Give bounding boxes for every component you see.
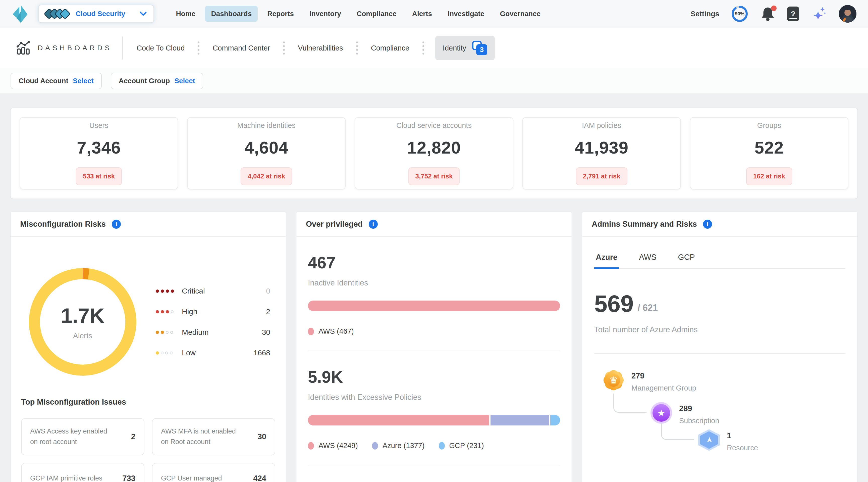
stat-card-iam-policies[interactable]: IAM policies 41,939 2,791 at risk [522,117,681,189]
legend-value: 30 [238,328,270,336]
issue-card[interactable]: GCP IAM primitive roles 733 [21,463,145,482]
info-icon[interactable]: i [112,220,121,229]
kebab-menu-icon[interactable] [198,41,199,55]
bar-legend: AWS (4249) Azure (1377) GCP (231) [308,442,560,450]
bar-segment-azure[interactable] [491,415,549,425]
legend-row-medium[interactable]: Medium 30 [156,328,270,336]
usage-percent: 90% [731,5,748,23]
stat-title: IAM policies [582,121,621,130]
severity-dots-icon [156,310,182,313]
tab-gcp[interactable]: GCP [677,247,696,269]
at-risk-badge[interactable]: 4,042 at risk [241,168,292,185]
dashboard-tab-command-center[interactable]: Command Center [211,39,272,57]
kebab-menu-icon[interactable] [356,41,358,55]
nav-item-reports[interactable]: Reports [261,6,300,22]
management-group-badge-icon: ♛ [603,369,624,391]
nav-item-inventory[interactable]: Inventory [303,6,347,22]
legend-item-aws[interactable]: AWS (467) [308,327,354,335]
settings-link[interactable]: Settings [691,10,719,18]
stat-card-machine-identities[interactable]: Machine identities 4,604 4,042 at risk [187,117,346,189]
severity-dots-icon [156,351,182,355]
at-risk-badge[interactable]: 2,791 at risk [576,168,627,185]
at-risk-badge[interactable]: 3,752 at risk [408,168,460,185]
dashboard-panels: Misconfiguration Risks i 1. [10,212,858,482]
stat-value: 12,820 [407,138,461,157]
issue-card[interactable]: AWS MFA is not enabled on Root account 3… [152,418,275,455]
bar-segment-aws[interactable] [308,301,560,311]
account-group-select-link[interactable]: Select [174,77,195,85]
admins-summary-panel: Admins Summary and Risks i Azure AWS GCP… [582,212,858,482]
stat-card-groups[interactable]: Groups 522 162 at risk [690,117,848,189]
issue-count: 733 [122,474,135,482]
nav-item-dashboards[interactable]: Dashboards [205,6,258,22]
legend-label: Low [182,349,238,357]
bar-segment-gcp[interactable] [550,415,560,425]
dashboard-tab-code-to-cloud[interactable]: Code To Cloud [135,39,187,57]
legend-row-low[interactable]: Low 1668 [156,349,270,357]
help-button[interactable]: ? [787,6,799,21]
legend-text: GCP (231) [449,442,484,450]
product-selector[interactable]: Cloud Security [38,5,154,23]
alerts-label: Alerts [73,331,92,340]
stat-card-cloud-service-accounts[interactable]: Cloud service accounts 12,820 3,752 at r… [354,117,513,189]
aws-dot-icon [308,442,314,450]
cloud-account-filter[interactable]: Cloud Account Select [10,72,102,89]
excessive-policies-bar [308,415,560,425]
crown-glyph: ♛ [603,369,624,391]
usage-progress-ring[interactable]: 90% [731,5,748,23]
admins-count-denominator: / 621 [638,303,658,313]
kebab-menu-icon[interactable] [423,41,424,55]
tab-aws[interactable]: AWS [638,247,658,269]
cloud-security-dashboard: Cloud Security Home Dashboards Reports I… [0,0,868,482]
notifications-button[interactable] [760,6,776,22]
bar-legend: AWS (467) [308,327,560,335]
legend-item-azure[interactable]: Azure (1377) [372,442,425,450]
subscription-star-icon: ★ [651,402,672,424]
stat-value: 4,604 [244,138,288,157]
info-icon[interactable]: i [703,220,712,229]
legend-row-high[interactable]: High 2 [156,307,270,316]
kebab-menu-icon[interactable] [283,41,285,55]
aws-dot-icon [308,328,314,335]
panel-title: Admins Summary and Risks [592,220,697,229]
stat-title: Cloud service accounts [396,121,472,130]
tab-azure[interactable]: Azure [594,247,619,269]
at-risk-badge[interactable]: 162 at risk [746,168,792,185]
legend-label: High [182,307,238,316]
nav-item-home[interactable]: Home [170,6,202,22]
dashboard-tab-vulnerabilities[interactable]: Vulnerabilities [296,39,345,57]
nav-item-governance[interactable]: Governance [494,6,547,22]
alerts-donut-section: 1.7K Alerts Critical 0 [10,237,286,381]
legend-row-critical[interactable]: Critical 0 [156,287,270,295]
bar-segment-aws[interactable] [308,415,489,425]
dashboard-tab-compliance[interactable]: Compliance [369,39,411,57]
account-group-filter[interactable]: Account Group Select [111,72,203,89]
user-avatar[interactable] [839,5,857,23]
legend-item-aws[interactable]: AWS (4249) [308,442,358,450]
stat-card-users[interactable]: Users 7,346 533 at risk [20,117,178,189]
cloud-account-select-link[interactable]: Select [73,77,94,85]
management-group-label: Management Group [631,384,696,392]
prisma-logo-icon[interactable] [11,4,28,23]
dashboard-tab-identity[interactable]: Identity 3 [435,36,495,60]
nav-item-alerts[interactable]: Alerts [406,6,438,22]
identity-stats-summary: Users 7,346 533 at risk Machine identiti… [10,108,858,199]
nav-item-compliance[interactable]: Compliance [351,6,403,22]
nav-item-investigate[interactable]: Investigate [441,6,490,22]
legend-item-gcp[interactable]: GCP (231) [439,442,484,450]
issue-count: 30 [258,432,266,441]
book-pages-line [789,18,797,19]
ai-assistant-button[interactable] [811,5,827,22]
dashboards-title: DASHBOARDS [38,44,112,52]
info-icon[interactable]: i [369,220,378,229]
issue-label: GCP User managed [161,473,222,482]
panel-title: Misconfiguration Risks [20,220,106,229]
at-risk-badge[interactable]: 533 at risk [76,168,122,185]
issue-card[interactable]: AWS Access key enabled on root account 2 [21,418,145,455]
issue-card[interactable]: GCP User managed 424 [152,463,275,482]
legend-value: 2 [238,307,270,316]
issue-label: AWS Access key enabled on root account [30,426,110,447]
alerts-total: 1.7K [61,304,104,327]
third-metric-section: 16K [308,465,560,482]
panel-header: Admins Summary and Risks i [582,212,858,237]
